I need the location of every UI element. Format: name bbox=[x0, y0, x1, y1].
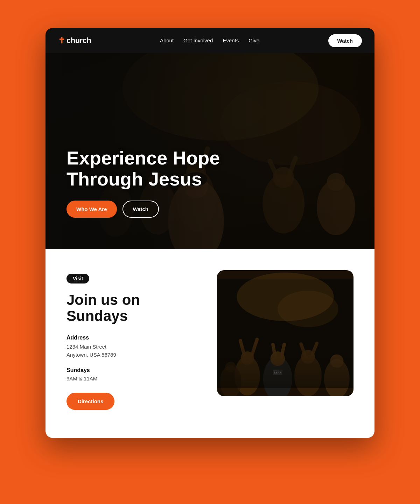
hours-label: Sundays bbox=[66, 367, 203, 373]
visit-title: Join us on Sundays bbox=[66, 292, 203, 324]
nav-item-about[interactable]: About bbox=[160, 37, 174, 44]
nav-item-get-involved[interactable]: Get Involved bbox=[183, 37, 213, 44]
address-text: 1234 Main Street Anytown, USA 56789 bbox=[66, 343, 203, 359]
hours-value: 9AM & 11AM bbox=[66, 376, 203, 382]
nav-link-get-involved[interactable]: Get Involved bbox=[183, 37, 213, 43]
nav-link-give[interactable]: Give bbox=[248, 37, 259, 43]
logo[interactable]: ✝ church bbox=[58, 36, 91, 45]
who-we-are-button[interactable]: Who We Are bbox=[66, 201, 117, 218]
directions-button[interactable]: Directions bbox=[66, 393, 114, 410]
nav-link-about[interactable]: About bbox=[160, 37, 174, 43]
hero-buttons: Who We Are Watch bbox=[66, 201, 220, 218]
nav-links: About Get Involved Events Give bbox=[160, 37, 259, 44]
visit-info: Visit Join us on Sundays Address 1234 Ma… bbox=[66, 270, 203, 410]
nav-item-events[interactable]: Events bbox=[223, 37, 239, 44]
logo-text: church bbox=[66, 36, 91, 45]
watch-button[interactable]: Watch bbox=[122, 201, 159, 218]
address-label: Address bbox=[66, 335, 203, 341]
visit-badge: Visit bbox=[66, 274, 89, 284]
hero-content: Experience Hope Through Jesus Who We Are… bbox=[66, 148, 220, 218]
browser-window: ✝ church About Get Involved Events Give … bbox=[46, 28, 374, 438]
nav-item-give[interactable]: Give bbox=[248, 37, 259, 44]
hero-section: Experience Hope Through Jesus Who We Are… bbox=[46, 53, 374, 249]
visit-photo-wrap: LEAP bbox=[217, 270, 354, 396]
svg-rect-42 bbox=[217, 279, 354, 388]
visit-section: Visit Join us on Sundays Address 1234 Ma… bbox=[46, 249, 374, 438]
nav-watch-button[interactable]: Watch bbox=[328, 34, 362, 47]
navbar: ✝ church About Get Involved Events Give … bbox=[46, 28, 374, 53]
hero-title: Experience Hope Through Jesus bbox=[66, 148, 220, 189]
nav-link-events[interactable]: Events bbox=[223, 37, 239, 43]
logo-cross-icon: ✝ bbox=[58, 36, 65, 45]
